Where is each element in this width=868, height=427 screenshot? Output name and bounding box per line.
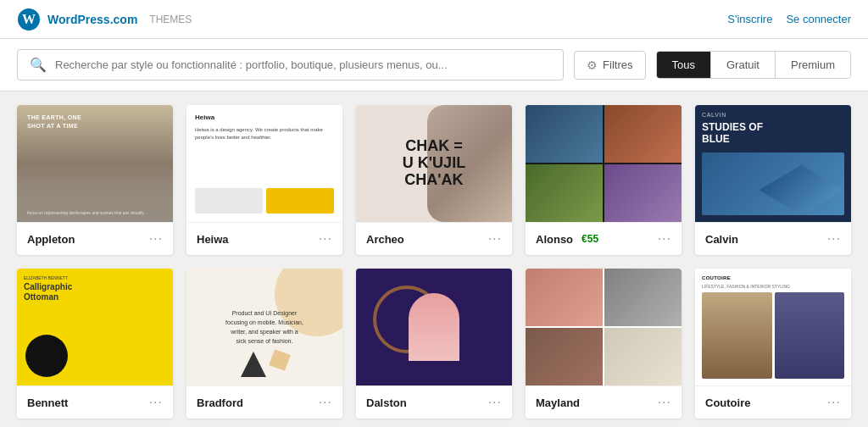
dalston-figure	[409, 293, 459, 361]
theme-card-coutoire[interactable]: COUTOIRE LIFESTYLE, FASHION & INTERIOR S…	[695, 269, 851, 419]
alonso-img-4	[604, 164, 682, 222]
theme-footer-bennett: Bennett ···	[17, 385, 173, 419]
search-wrapper: 🔍	[17, 49, 564, 80]
bradford-text: Product and UI Designerfocusing on mobil…	[225, 308, 303, 347]
coutoire-sub: LIFESTYLE, FASHION & INTERIOR STYLING	[702, 284, 844, 289]
theme-footer-dalston: Dalston ···	[356, 385, 512, 419]
themes-label: THEMES	[149, 14, 192, 25]
themes-row-1: THE EARTH, ONESHOT AT A TIME focus on re…	[0, 92, 868, 269]
header-left: W WordPress.com THEMES	[17, 8, 192, 31]
filter-icon: ⚙	[587, 58, 598, 72]
theme-menu-archeo[interactable]: ···	[488, 231, 502, 247]
tab-group: Tous Gratuit Premium	[656, 51, 852, 79]
theme-footer-calvin: Calvin ···	[695, 222, 851, 255]
theme-card-heiwa[interactable]: Heiwa Heiwa is a design agency. We creat…	[186, 105, 342, 255]
coutoire-img-1	[702, 292, 772, 379]
coutoire-img-2	[775, 292, 845, 379]
theme-name-coutoire: Coutoire	[705, 396, 750, 409]
theme-preview-alonso	[526, 105, 682, 222]
tab-all[interactable]: Tous	[657, 52, 711, 78]
appleton-preview-text: THE EARTH, ONESHOT AT A TIME	[27, 114, 81, 130]
calvin-site-label: CALVIN	[702, 112, 844, 118]
theme-card-alonso[interactable]: Alonso €55 ···	[526, 105, 682, 255]
theme-footer-mayland: Mayland ···	[526, 385, 682, 419]
theme-preview-dalston	[356, 269, 512, 385]
theme-menu-dalston[interactable]: ···	[488, 395, 502, 410]
bennett-title: CalligraphicOttoman	[24, 282, 166, 302]
theme-name-alonso: Alonso	[536, 233, 573, 246]
theme-card-bradford[interactable]: Product and UI Designerfocusing on mobil…	[186, 269, 342, 419]
bennett-label: ELIZABETH BENNETT	[24, 275, 166, 280]
theme-card-archeo[interactable]: CHAK =U K'UJILCHA'AK Archeo ···	[356, 105, 512, 255]
theme-name-appleton: Appleton	[27, 233, 75, 246]
theme-card-appleton[interactable]: THE EARTH, ONESHOT AT A TIME focus on re…	[17, 105, 173, 255]
signin-link[interactable]: S'inscrire	[727, 13, 772, 25]
theme-preview-archeo: CHAK =U K'UJILCHA'AK	[356, 105, 512, 222]
heiwa-desc: Heiwa is a design agency. We create prod…	[195, 126, 334, 141]
theme-card-mayland[interactable]: Mayland ···	[526, 269, 682, 419]
search-bar: 🔍 ⚙ Filtres Tous Gratuit Premium	[0, 39, 868, 92]
search-icon: 🔍	[30, 57, 47, 73]
theme-preview-heiwa: Heiwa Heiwa is a design agency. We creat…	[186, 105, 342, 222]
theme-footer-alonso: Alonso €55 ···	[526, 222, 682, 255]
calvin-flower	[759, 165, 844, 215]
svg-text:W: W	[22, 12, 36, 26]
theme-menu-coutoire[interactable]: ···	[827, 395, 841, 410]
wordpress-logo[interactable]: W WordPress.com	[17, 8, 137, 31]
theme-card-bennett[interactable]: ELIZABETH BENNETT CalligraphicOttoman Be…	[17, 269, 173, 419]
tab-premium[interactable]: Premium	[776, 52, 850, 78]
wordpress-icon: W	[17, 8, 41, 31]
archeo-text: CHAK =U K'UJILCHA'AK	[403, 138, 465, 188]
theme-name-calvin: Calvin	[705, 233, 738, 246]
theme-footer-coutoire: Coutoire ···	[695, 385, 851, 419]
coutoire-brand: COUTOIRE	[702, 275, 844, 280]
calvin-heading: STUDIES OFBLUE	[702, 121, 844, 146]
theme-name-archeo: Archeo	[366, 233, 404, 246]
theme-menu-calvin[interactable]: ···	[827, 231, 841, 247]
bradford-triangle	[241, 352, 266, 377]
tab-free[interactable]: Gratuit	[711, 52, 776, 78]
theme-preview-mayland	[526, 269, 682, 385]
alonso-name-group: Alonso €55	[536, 233, 598, 246]
theme-footer-bradford: Bradford ···	[186, 385, 342, 419]
theme-menu-heiwa[interactable]: ···	[319, 231, 332, 247]
theme-name-bradford: Bradford	[197, 396, 243, 409]
theme-footer-archeo: Archeo ···	[356, 222, 512, 255]
appleton-sub: focus on representing landscapes and sce…	[27, 210, 147, 215]
theme-price-alonso: €55	[581, 233, 598, 245]
mayland-img-1	[526, 269, 603, 326]
theme-name-heiwa: Heiwa	[197, 233, 229, 246]
theme-name-mayland: Mayland	[536, 396, 580, 409]
heiwa-img-2	[266, 188, 334, 214]
themes-row-2: ELIZABETH BENNETT CalligraphicOttoman Be…	[0, 269, 868, 427]
theme-name-bennett: Bennett	[27, 396, 68, 409]
theme-preview-bradford: Product and UI Designerfocusing on mobil…	[186, 269, 342, 385]
coutoire-images	[702, 292, 844, 379]
theme-preview-bennett: ELIZABETH BENNETT CalligraphicOttoman	[17, 269, 173, 385]
theme-menu-mayland[interactable]: ···	[658, 395, 671, 410]
theme-preview-calvin: CALVIN STUDIES OFBLUE	[695, 105, 851, 222]
theme-menu-bradford[interactable]: ···	[319, 395, 332, 410]
header: W WordPress.com THEMES S'inscrire Se con…	[0, 0, 868, 39]
search-input[interactable]	[55, 58, 551, 71]
wordpress-text: WordPress.com	[47, 13, 137, 26]
heiwa-img-1	[195, 188, 263, 214]
filter-label: Filtres	[603, 58, 632, 71]
mayland-img-2	[604, 269, 682, 326]
mayland-img-4	[604, 328, 682, 385]
alonso-img-3	[526, 164, 603, 222]
bradford-shapes	[241, 352, 288, 377]
theme-menu-bennett[interactable]: ···	[149, 395, 163, 410]
theme-menu-alonso[interactable]: ···	[658, 231, 671, 247]
theme-card-calvin[interactable]: CALVIN STUDIES OFBLUE Calvin ···	[695, 105, 851, 255]
alonso-img-2	[604, 105, 682, 163]
theme-card-dalston[interactable]: Dalston ···	[356, 269, 512, 419]
heiwa-title: Heiwa	[195, 114, 334, 121]
theme-menu-appleton[interactable]: ···	[149, 231, 163, 247]
filter-button[interactable]: ⚙ Filtres	[574, 51, 645, 80]
theme-footer-appleton: Appleton ···	[17, 222, 173, 255]
login-link[interactable]: Se connecter	[786, 13, 851, 25]
theme-preview-coutoire: COUTOIRE LIFESTYLE, FASHION & INTERIOR S…	[695, 269, 851, 385]
theme-name-dalston: Dalston	[366, 396, 407, 409]
calvin-image	[702, 152, 844, 215]
